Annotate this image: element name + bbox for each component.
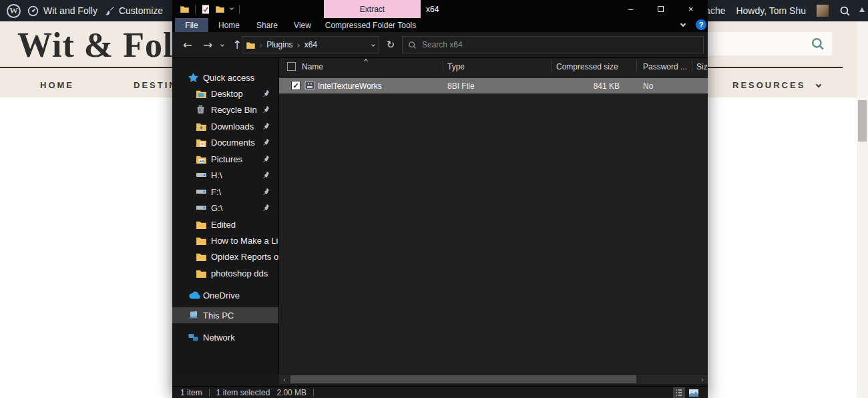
- contextual-tab-group-extract[interactable]: Extract: [324, 0, 421, 18]
- column-divider[interactable]: [552, 61, 552, 72]
- sort-ascending-icon: [364, 59, 368, 63]
- address-folder-icon: [246, 41, 255, 49]
- file-password: No: [643, 81, 653, 91]
- desktop-folder-icon: [196, 89, 206, 98]
- row-checkbox[interactable]: ✓: [291, 81, 300, 90]
- scroll-right-arrow-icon[interactable]: ›: [698, 375, 707, 384]
- thumbnail-view-button[interactable]: [688, 387, 700, 398]
- column-name[interactable]: Name: [302, 62, 323, 71]
- tab-home[interactable]: Home: [214, 18, 244, 32]
- quick-access-toolbar: [172, 0, 240, 18]
- nav-resources[interactable]: RESOURCES: [732, 80, 821, 90]
- qat-new-folder-icon[interactable]: [216, 5, 224, 13]
- back-button[interactable]: ←: [179, 32, 196, 57]
- sidebar-item-edited[interactable]: Edited: [172, 216, 278, 232]
- sidebar-item-onedrive[interactable]: OneDrive: [172, 287, 278, 303]
- nav-home[interactable]: HOME: [40, 80, 74, 90]
- horizontal-scrollbar-thumb[interactable]: [290, 375, 636, 383]
- ribbon-tabs: File Home Share View Compressed Folder T…: [172, 18, 708, 32]
- sidebar-item-network[interactable]: Network: [172, 329, 278, 345]
- scroll-left-arrow-icon[interactable]: ‹: [280, 375, 289, 384]
- pin-icon: [262, 122, 270, 132]
- close-button[interactable]: ×: [676, 0, 706, 18]
- column-divider[interactable]: [636, 61, 637, 72]
- column-password[interactable]: Password ...: [643, 62, 687, 71]
- sidebar-item-drive-h[interactable]: H:\: [172, 167, 278, 183]
- address-dropdown-icon[interactable]: [371, 43, 375, 47]
- ribbon-collapse-icon[interactable]: [680, 21, 686, 27]
- maximize-button[interactable]: [646, 0, 676, 18]
- status-selected-count: 1 item selected: [216, 388, 270, 397]
- column-size[interactable]: Siz: [696, 62, 708, 71]
- sidebar-item-how-to-make[interactable]: How to Make a Ligh: [172, 232, 278, 248]
- horizontal-scrollbar[interactable]: ‹ ›: [279, 375, 708, 384]
- breadcrumb-separator-2: ›: [297, 40, 300, 50]
- help-button[interactable]: ?: [696, 19, 706, 30]
- sidebar-item-opidex-reports[interactable]: Opidex Reports of A: [172, 248, 278, 264]
- explorer-titlebar: Extract x64 – ×: [172, 0, 708, 18]
- sidebar-label: How to Make a Ligh: [211, 236, 288, 246]
- site-search-input[interactable]: [704, 32, 811, 55]
- folder-icon: [196, 220, 206, 229]
- admin-search-icon[interactable]: [839, 5, 851, 17]
- recent-locations-icon[interactable]: [216, 32, 228, 57]
- breadcrumb-x64[interactable]: x64: [304, 40, 317, 49]
- details-view-icon: [676, 389, 682, 397]
- status-selected-size: 2.00 MB: [276, 388, 306, 397]
- qat-folder-icon[interactable]: [180, 5, 189, 13]
- navigation-toolbar: ← → ↑ › Plugins › x64 ↻: [172, 32, 708, 57]
- sidebar-item-documents[interactable]: Documents: [172, 134, 278, 150]
- brush-icon: [104, 6, 114, 16]
- sidebar-item-this-pc[interactable]: This PC: [172, 307, 278, 323]
- column-compressed-size[interactable]: Compressed size: [556, 62, 618, 71]
- sidebar-label: H:\: [211, 170, 222, 180]
- sidebar-label: Desktop: [211, 89, 243, 99]
- tab-view[interactable]: View: [289, 18, 316, 32]
- sidebar-item-downloads[interactable]: Downloads: [172, 118, 278, 134]
- sidebar-item-pictures[interactable]: Pictures: [172, 151, 278, 167]
- tab-share[interactable]: Share: [252, 18, 282, 32]
- minimize-button[interactable]: –: [616, 0, 646, 18]
- sidebar-item-desktop[interactable]: Desktop: [172, 85, 278, 102]
- site-search-icon[interactable]: [811, 37, 825, 51]
- window-title: x64: [426, 5, 439, 14]
- pictures-folder-icon: [196, 155, 206, 164]
- sidebar-item-photoshop-dds[interactable]: photoshop dds: [172, 265, 278, 281]
- sidebar-item-drive-f[interactable]: F:\: [172, 184, 278, 200]
- column-divider[interactable]: [692, 61, 692, 72]
- scroll-up-arrow-icon[interactable]: [859, 7, 865, 12]
- admin-customize[interactable]: Customize: [104, 5, 163, 16]
- qat-properties-icon[interactable]: [202, 5, 210, 14]
- details-view-button[interactable]: [673, 387, 685, 398]
- qat-separator-2: [239, 5, 240, 14]
- sidebar-item-drive-g[interactable]: G:\: [172, 200, 278, 216]
- qat-dropdown-icon[interactable]: [230, 6, 234, 10]
- page-scrollbar[interactable]: [857, 0, 868, 398]
- tab-file[interactable]: File: [175, 18, 208, 32]
- drive-icon: [196, 204, 207, 212]
- sidebar-item-quick-access[interactable]: Quick access: [172, 69, 278, 85]
- address-bar[interactable]: › Plugins › x64: [242, 36, 379, 53]
- admin-greeting[interactable]: Howdy, Tom Shu: [736, 5, 806, 16]
- refresh-button[interactable]: ↻: [382, 36, 399, 53]
- tab-compressed-folder-tools[interactable]: Compressed Folder Tools: [324, 18, 417, 32]
- admin-site-menu[interactable]: Wit and Folly: [27, 5, 97, 17]
- nav-resources-label: RESOURCES: [732, 80, 805, 90]
- breadcrumb-plugins[interactable]: Plugins: [266, 40, 292, 49]
- status-separator-2: [313, 389, 314, 397]
- explorer-search-input[interactable]: [422, 40, 676, 49]
- file-type: 8BI File: [447, 81, 475, 91]
- page-scrollbar-thumb[interactable]: [858, 100, 867, 142]
- select-all-checkbox[interactable]: [287, 62, 296, 71]
- status-separator: [209, 389, 210, 397]
- sidebar-label: photoshop dds: [211, 268, 268, 278]
- avatar[interactable]: [817, 5, 829, 17]
- file-row-inteltextureworks[interactable]: ✓ IntelTextureWorks 8BI File 841 KB No: [279, 78, 708, 93]
- forward-button[interactable]: →: [199, 32, 216, 57]
- column-divider[interactable]: [443, 61, 443, 72]
- sidebar-item-recycle-bin[interactable]: Recycle Bin: [172, 102, 278, 118]
- pin-icon: [262, 138, 270, 148]
- column-type[interactable]: Type: [447, 62, 465, 71]
- sidebar-label: Pictures: [211, 154, 242, 164]
- wordpress-logo-icon[interactable]: W: [7, 4, 21, 18]
